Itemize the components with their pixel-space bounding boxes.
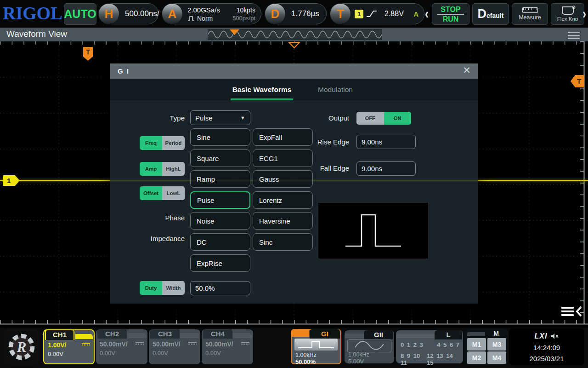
view-menu-icon[interactable] [568, 32, 580, 41]
channel-card-ch4[interactable]: CH4 50.00mV/ 0.00V [202, 329, 253, 364]
waveform-option-ramp[interactable]: Ramp [190, 170, 250, 188]
output-toggle[interactable]: OFF ON [356, 112, 411, 125]
tab-modulation[interactable]: Modulation [299, 79, 372, 100]
horizontal-group[interactable]: H 500.00ns/ [98, 3, 158, 24]
duty-width-toggle[interactable]: DutyWidth [140, 281, 185, 295]
waveform-option-sinc[interactable]: Sinc [253, 233, 313, 251]
impedance-label: Impedance [125, 235, 185, 242]
trigger-slope-icon [366, 9, 377, 18]
math-card[interactable]: M M1 M3 M2 M4 [465, 328, 508, 365]
waveform-option-gauss[interactable]: Gauss [253, 170, 313, 188]
duty-field[interactable]: 50.0% [190, 281, 250, 295]
delay-knob[interactable]: D [265, 3, 286, 24]
channel-color-bar [233, 333, 252, 338]
run-stop-divider [437, 14, 464, 15]
tab-basic-waveforms[interactable]: Basic Waveforms [225, 79, 299, 100]
delay-group[interactable]: D 1.776µs [265, 3, 327, 24]
trigger-source-badge: 1 [355, 10, 363, 18]
rigol-logo: RIGOL [3, 3, 62, 23]
generator2-tab: GII [364, 330, 393, 339]
generator2-waveform-box [347, 339, 391, 352]
channel-color-bar [75, 334, 93, 339]
toolbar-prev-icon[interactable]: ‹ [425, 6, 429, 22]
math3-button[interactable]: M3 [487, 338, 506, 351]
amp-highl-toggle[interactable]: AmpHighL [140, 162, 185, 176]
waveform-overview-strip[interactable] [208, 29, 382, 40]
system-date: 2025/03/21 [509, 355, 584, 362]
auto-button[interactable]: AUTO [64, 3, 96, 25]
active-tab-underline [231, 98, 293, 100]
channel-card-ch2[interactable]: CH2 50.00mV/ 0.00V [96, 329, 147, 364]
close-icon[interactable]: ✕ [460, 65, 473, 78]
svg-text:R: R [17, 339, 27, 355]
dialog-header[interactable]: G I ✕ [110, 63, 478, 79]
lxi-badge: LXI [535, 332, 548, 340]
math2-button[interactable]: M2 [467, 351, 486, 364]
channel-color-bar [180, 333, 199, 338]
default-button[interactable]: Default [472, 3, 509, 25]
view-title: Waveform View [6, 29, 67, 39]
freq-period-toggle[interactable]: FreqPeriod [140, 136, 185, 150]
offset-lowl-toggle[interactable]: OffsetLowL [140, 186, 185, 200]
acquire-group[interactable]: A 2.00GSa/s Norm 10kpts 500ps/pt [162, 3, 261, 24]
trigger-group[interactable]: T 1 2.88V A [330, 3, 424, 24]
acquire-knob[interactable]: A [162, 3, 183, 24]
logic-channels-card[interactable]: L 0 1 2 3 4 5 6 7 8 9 10 11 12 13 14 15 [396, 330, 463, 363]
waveform-option-pulse[interactable]: Pulse [190, 191, 250, 209]
overview-sine-icon [208, 29, 382, 40]
generator1-card[interactable]: GI 1.00kHz 50.00% [291, 329, 341, 364]
gear-icon: R [7, 332, 36, 362]
dialog-tabbar: Basic Waveforms Modulation [110, 79, 478, 100]
waveform-option-ecg1[interactable]: ECG1 [253, 150, 313, 167]
type-dropdown[interactable]: Pulse ▼ [190, 110, 250, 125]
waveform-option-square[interactable]: Square [190, 150, 250, 167]
rigol-gear-logo[interactable]: R [4, 328, 40, 365]
measure-button[interactable]: Measure [512, 3, 548, 25]
output-label: Output [289, 114, 349, 122]
rise-edge-field[interactable]: 9.00ns [356, 135, 416, 149]
waveform-option-haversine[interactable]: Haversine [253, 212, 313, 230]
output-on[interactable]: ON [384, 112, 412, 125]
speaker-muted-icon[interactable] [550, 333, 559, 339]
waveform-option-noise[interactable]: Noise [190, 212, 250, 230]
waveform-option-expfall[interactable]: ExpFall [253, 128, 313, 146]
coupling-dc-icon [136, 342, 144, 345]
generator2-color-bar [345, 334, 364, 338]
dialog-title: G I [118, 63, 130, 79]
memory-depth: 10kpts [232, 6, 255, 14]
horizontal-knob[interactable]: H [98, 3, 119, 24]
logic-group-12-15: 12 13 14 15 [427, 352, 459, 366]
flex-knob-button[interactable]: Flex Kno [551, 3, 584, 25]
channel-card-ch1[interactable]: CH1 1.00V/ 0.00V [43, 329, 95, 364]
stop-label: STOP [441, 6, 460, 13]
math4-button[interactable]: M4 [487, 351, 506, 364]
type-label: Type [125, 114, 185, 122]
toolbar-next-icon[interactable]: › [582, 6, 586, 22]
run-stop-button[interactable]: STOP RUN [432, 3, 469, 25]
waveform-option-lorentz[interactable]: Lorentz [253, 191, 313, 209]
math1-button[interactable]: M1 [467, 338, 486, 351]
output-off[interactable]: OFF [356, 112, 384, 125]
trigger-level: 2.88V [384, 10, 404, 18]
run-label: RUN [443, 15, 459, 23]
system-time: 14:24:09 [509, 344, 584, 351]
fall-edge-field[interactable]: 9.00ns [356, 161, 416, 176]
logic-color-bar [396, 334, 435, 338]
generator2-card[interactable]: GII 1.00kHz 5.00V [345, 330, 394, 363]
channel-card-ch3[interactable]: CH3 50.00mV/ 0.00V [149, 329, 200, 364]
chevron-down-icon: ▼ [240, 115, 245, 121]
trigger-status: A [413, 10, 418, 18]
waveform-option-sine[interactable]: Sine [190, 128, 250, 146]
generator-dialog: G I ✕ Basic Waveforms Modulation Type Pu… [110, 63, 478, 304]
waveform-option-exprise[interactable]: ExpRise [190, 254, 250, 272]
pulse-preview-icon [318, 203, 428, 259]
waveform-view-header: Waveform View [0, 28, 588, 41]
trigger-position-indicator[interactable] [289, 42, 300, 48]
logic-tab: L [435, 330, 462, 339]
generator1-color-bar [291, 329, 309, 337]
logic-group-4-7: 4 5 6 7 [437, 341, 459, 348]
trigger-knob[interactable]: T [330, 3, 351, 24]
menu-collapse-icon[interactable] [561, 305, 582, 318]
waveform-option-dc[interactable]: DC [190, 233, 250, 251]
generator1-tab: GI [310, 329, 340, 339]
